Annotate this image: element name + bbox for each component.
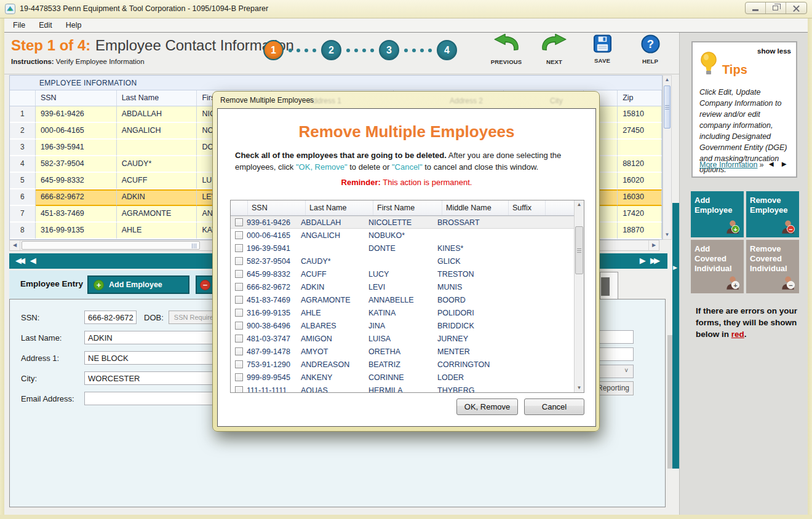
row-checkbox[interactable]	[235, 347, 243, 355]
cell-last-name[interactable]: ABDALLAH	[117, 106, 197, 123]
cancel-button[interactable]: Cancel	[524, 398, 584, 415]
cell-zip[interactable]: 88120	[618, 156, 662, 173]
sidebar-action-button[interactable]: Remove Employee −	[746, 191, 799, 237]
row-checkbox[interactable]	[235, 309, 243, 317]
cell-ssn[interactable]: 196-39-5941	[36, 140, 117, 156]
cell-zip[interactable]: 27450	[618, 123, 662, 140]
dialog-table-row[interactable]: 111-11-1111 AQUAS HERMILA THYBERG	[231, 384, 584, 392]
ok-remove-button[interactable]: OK, Remove	[456, 398, 518, 415]
menu-item[interactable]: File	[13, 21, 25, 30]
scroll-down-icon[interactable]: ▼	[575, 384, 584, 392]
show-less-link[interactable]: show less	[757, 47, 791, 55]
row-number[interactable]: 2	[10, 123, 36, 140]
cell-zip[interactable]: 16030	[618, 189, 662, 206]
cell-ssn[interactable]: 645-99-8332	[36, 173, 117, 189]
row-checkbox[interactable]	[235, 231, 243, 239]
cell-last-name[interactable]: ADKIN	[117, 189, 197, 206]
step-circle[interactable]: 3	[379, 40, 399, 60]
column-header-rownum[interactable]	[10, 90, 36, 106]
dialog-table-row[interactable]: 753-91-1290 ANDREASON BEATRIZ CORRINGTON	[231, 358, 584, 371]
row-checkbox[interactable]	[235, 296, 243, 304]
table-vertical-scrollbar[interactable]: ▲ ▼	[663, 75, 672, 240]
dialog-table-row[interactable]: 939-61-9426 ABDALLAH NICOLETTE BROSSART	[231, 216, 584, 229]
dialog-table-row[interactable]: 900-38-6496 ALBARES JINA BRIDDICK	[231, 319, 584, 332]
cell-last-name[interactable]: ACUFF	[117, 173, 197, 189]
cell-last-name[interactable]: ANGALICH	[117, 123, 197, 140]
column-header-first-name[interactable]: First Name	[373, 200, 442, 215]
first-record-icon[interactable]: ◀◀	[15, 256, 23, 265]
cell-zip[interactable]: 16020	[618, 173, 662, 189]
column-header-last-name[interactable]: Last Name	[117, 90, 197, 106]
step-circle[interactable]: 1	[263, 40, 284, 60]
more-information-link[interactable]: More Information	[699, 160, 757, 169]
row-checkbox[interactable]	[235, 335, 243, 343]
dialog-titlebar[interactable]: Remove Multiple Employees Address 1Addre…	[213, 92, 599, 108]
cell-zip[interactable]: 17420	[618, 206, 662, 223]
column-header-last-name[interactable]: Last Name	[306, 200, 373, 215]
step-circle[interactable]: 4	[437, 40, 457, 60]
column-header-zip[interactable]: Zip	[618, 90, 662, 106]
dialog-table-row[interactable]: 000-06-4165 ANGALICH NOBUKO*	[231, 229, 584, 242]
cell-ssn[interactable]: 451-83-7469	[36, 206, 117, 223]
cell-ssn[interactable]: 000-06-4165	[36, 123, 117, 140]
sidebar-action-button[interactable]: Add Employee +	[691, 191, 744, 237]
scroll-down-icon[interactable]: ▼	[663, 231, 671, 239]
save-button[interactable]: SAVE	[584, 34, 620, 65]
previous-record-icon[interactable]: ◀	[30, 256, 38, 265]
dialog-table-row[interactable]: 316-99-9135 AHLE KATINA POLIDORI	[231, 306, 584, 319]
scrollbar-thumb[interactable]	[22, 241, 200, 250]
next-button[interactable]: NEXT	[536, 34, 572, 65]
dialog-table-row[interactable]: 999-89-9545 ANKENY CORINNE LODER	[231, 371, 584, 384]
row-number[interactable]: 1	[10, 106, 36, 123]
cell-zip[interactable]	[618, 140, 662, 156]
row-number[interactable]: 7	[10, 206, 36, 223]
row-checkbox[interactable]	[235, 257, 243, 265]
row-checkbox[interactable]	[235, 386, 243, 392]
row-checkbox[interactable]	[235, 373, 243, 381]
step-circle[interactable]: 2	[321, 40, 341, 60]
scrollbar-thumb[interactable]	[664, 85, 671, 129]
next-record-icon[interactable]: ▶	[640, 256, 646, 265]
row-number[interactable]: 4	[10, 156, 36, 173]
field-input[interactable]	[84, 311, 137, 324]
dialog-table-row[interactable]: 196-39-5941 DONTE KINES*	[231, 242, 584, 255]
cell-last-name[interactable]: CAUDY*	[117, 156, 197, 173]
sidebar-action-button[interactable]: Remove Covered Individual −	[746, 240, 799, 293]
side-panel-expander[interactable]: ▶	[672, 203, 679, 469]
row-checkbox[interactable]	[235, 283, 243, 291]
cell-zip[interactable]: 15810	[618, 106, 662, 123]
add-employee-button[interactable]: + Add Employee	[87, 275, 189, 294]
tab-fragment[interactable]	[600, 272, 618, 299]
field-input[interactable]	[84, 392, 222, 405]
minimize-button[interactable]	[746, 2, 766, 14]
field-input[interactable]	[84, 371, 222, 385]
row-number[interactable]: 5	[10, 173, 36, 189]
column-header-ssn[interactable]: SSN	[248, 200, 306, 215]
scroll-up-icon[interactable]: ▲	[663, 76, 671, 84]
menu-item[interactable]: Edit	[39, 21, 52, 30]
scroll-up-icon[interactable]: ▲	[575, 200, 584, 209]
tips-previous-icon[interactable]: ◄	[767, 159, 780, 168]
dialog-table-row[interactable]: 666-82-9672 ADKIN LEVI MUNIS	[231, 280, 584, 293]
last-record-icon[interactable]: ▶▶	[650, 256, 658, 265]
close-button[interactable]	[786, 2, 806, 14]
dialog-table-row[interactable]: 481-03-3747 AMIGON LUISA JURNEY	[231, 332, 584, 345]
cell-last-name[interactable]: AHLE	[117, 223, 197, 239]
row-checkbox[interactable]	[235, 270, 243, 278]
tips-next-icon[interactable]: ►	[780, 159, 793, 168]
scrollbar-thumb[interactable]	[575, 226, 583, 274]
dialog-table-row[interactable]: 582-37-9504 CAUDY* GLICK	[231, 255, 584, 267]
restore-button[interactable]	[766, 2, 786, 14]
cell-zip[interactable]: 18870	[618, 223, 662, 239]
row-number[interactable]: 3	[10, 140, 36, 156]
column-header-suffix[interactable]: Suffix	[509, 200, 546, 215]
cell-last-name[interactable]	[117, 140, 197, 156]
field-input[interactable]	[84, 351, 222, 365]
column-header-middle-name[interactable]: Middle Name	[442, 200, 509, 215]
sidebar-action-button[interactable]: Add Covered Individual +	[691, 240, 744, 293]
column-header-ssn[interactable]: SSN	[36, 90, 117, 106]
form-scrollbar[interactable]	[667, 335, 672, 469]
row-number[interactable]: 6	[10, 189, 36, 206]
cell-last-name[interactable]: AGRAMONTE	[117, 206, 197, 223]
help-button[interactable]: ? HELP	[632, 34, 668, 65]
